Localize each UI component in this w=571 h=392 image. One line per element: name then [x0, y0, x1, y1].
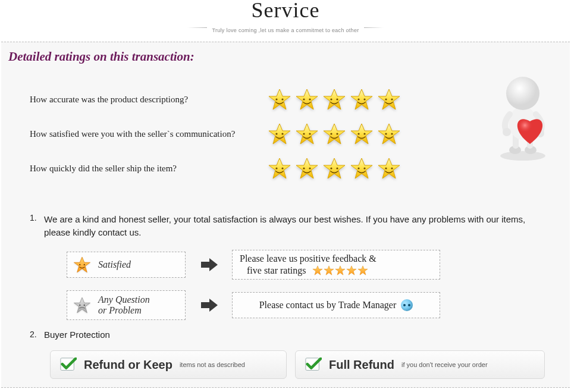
intro-text: We are a kind and honest seller, your to… — [44, 213, 546, 239]
svg-point-9 — [506, 77, 539, 110]
service-header: Service Truly love coming ,let us make a… — [0, 0, 571, 42]
arrow-icon — [200, 258, 218, 271]
smiley-star-icon — [377, 88, 401, 111]
mini-star-icon — [324, 265, 334, 276]
smiley-star-icon — [268, 157, 291, 180]
satisfied-result-line1: Please leave us positive feedback & — [240, 253, 377, 265]
smiley-star-icon — [322, 123, 346, 145]
problem-row: Any Question or Problem Please contact u… — [67, 290, 546, 320]
mini-star-icon — [312, 265, 323, 276]
mascot-heart-icon — [490, 67, 556, 162]
smiley-star-icon — [322, 88, 346, 111]
satisfied-box: Satisfied — [67, 252, 186, 278]
rating-question: How satisfied were you with the seller`s… — [30, 129, 268, 139]
svg-point-12 — [79, 264, 80, 265]
detail-panel: Detailed ratings on this transaction: Ho… — [1, 42, 570, 388]
smiley-star-icon — [350, 123, 374, 145]
subtitle-text: Truly love coming ,let us make a commitm… — [207, 27, 363, 33]
problem-result-box: Please contact us by Trade Manager — [232, 292, 440, 318]
svg-point-10 — [503, 128, 511, 136]
check-icon — [305, 357, 322, 372]
smiley-star-icon — [377, 157, 401, 180]
mini-stars — [312, 265, 368, 276]
smiley-star-icon — [295, 88, 319, 111]
mini-star-icon — [335, 265, 346, 276]
satisfied-row: Satisfied Please leave us positive feedb… — [67, 250, 546, 280]
buyer-protection-title: Buyer Protection — [44, 330, 546, 340]
rating-stars — [268, 88, 401, 111]
full-refund-sub: if you don't receive your order — [401, 361, 488, 368]
refund-keep-sub: items not as described — [180, 361, 245, 368]
refund-keep-box: Refund or Keep items not as described — [50, 350, 287, 379]
star-yellow-icon — [73, 256, 91, 274]
svg-point-13 — [84, 264, 85, 265]
list-item: We are a kind and honest seller, your to… — [30, 213, 546, 320]
rating-question: How accurate was the product description… — [30, 95, 268, 105]
smiley-star-icon — [322, 157, 346, 180]
service-title: Service — [0, 0, 571, 23]
detail-heading: Detailed ratings on this transaction: — [1, 42, 570, 64]
smiley-star-icon — [268, 88, 291, 111]
list-item: Buyer Protection Refund or Keep items no… — [30, 330, 546, 379]
problem-result-text: Please contact us by Trade Manager — [259, 299, 397, 311]
ratings-block: How accurate was the product description… — [1, 64, 570, 192]
rating-row: How accurate was the product description… — [30, 82, 570, 117]
rating-stars — [268, 123, 401, 145]
smiley-star-icon — [295, 123, 319, 145]
rating-stars — [268, 157, 401, 180]
smiley-star-icon — [350, 157, 374, 180]
arrow-icon — [200, 299, 218, 312]
full-refund-box: Full Refund if you don't receive your or… — [295, 350, 545, 379]
satisfied-label: Satisfied — [98, 259, 131, 270]
trade-manager-icon — [401, 299, 413, 311]
smiley-star-icon — [377, 123, 401, 145]
satisfied-result-line2: five star ratings — [247, 265, 306, 277]
problem-label: Any Question or Problem — [98, 294, 150, 316]
rating-question: How quickly did the seller ship the item… — [30, 164, 268, 174]
svg-point-14 — [79, 305, 80, 306]
mini-star-icon — [357, 265, 368, 276]
full-refund-main: Full Refund — [329, 358, 394, 372]
check-icon — [60, 357, 77, 372]
subtitle: Truly love coming ,let us make a commitm… — [0, 24, 571, 35]
refund-row: Refund or Keep items not as described Fu… — [50, 350, 546, 379]
satisfied-result-box: Please leave us positive feedback & five… — [232, 250, 440, 280]
content-list: We are a kind and honest seller, your to… — [1, 192, 570, 379]
rating-row: How satisfied were you with the seller`s… — [30, 117, 570, 151]
problem-box: Any Question or Problem — [67, 290, 186, 320]
svg-point-3 — [500, 151, 545, 161]
smiley-star-icon — [350, 88, 374, 111]
mini-star-icon — [346, 265, 357, 276]
svg-point-15 — [84, 305, 85, 306]
smiley-star-icon — [268, 123, 291, 145]
star-gray-icon — [73, 296, 91, 314]
smiley-star-icon — [295, 157, 319, 180]
refund-keep-main: Refund or Keep — [84, 358, 172, 372]
rating-row: How quickly did the seller ship the item… — [30, 151, 570, 186]
